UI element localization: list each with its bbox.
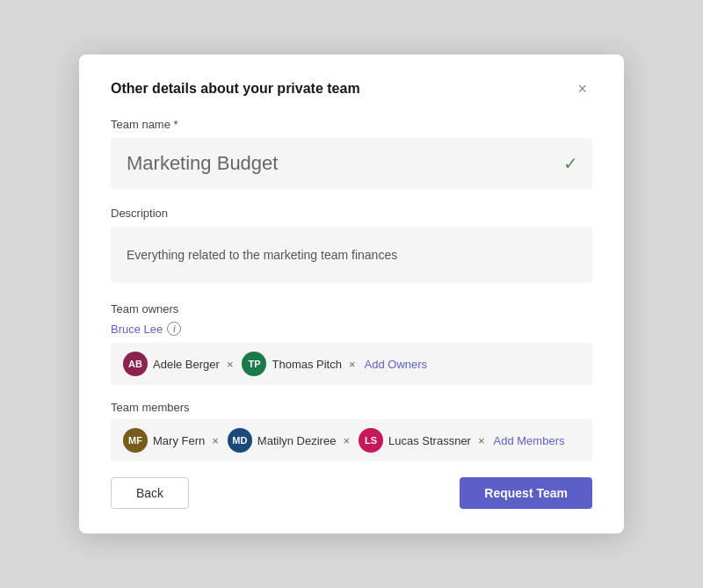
team-name-value: Marketing Budget — [127, 152, 550, 175]
description-value: Everything related to the marketing team… — [127, 248, 397, 262]
modal-dialog: Other details about your private team × … — [79, 54, 624, 534]
avatar-mf: MF — [123, 428, 148, 453]
description-field: Everything related to the marketing team… — [111, 227, 592, 283]
member-tag-ls: LS Lucas Strassner × — [359, 428, 487, 453]
request-team-button[interactable]: Request Team — [460, 477, 592, 509]
members-tags-box: MF Mary Fern × MD Matilyn Deziree × LS L… — [111, 419, 592, 461]
owner-name-tp: Thomas Pitch — [272, 358, 341, 371]
back-button[interactable]: Back — [111, 477, 189, 509]
team-name-field: Marketing Budget ✓ — [111, 138, 592, 189]
add-members-button[interactable]: Add Members — [494, 434, 565, 447]
member-tag-md: MD Matilyn Deziree × — [228, 428, 352, 453]
check-icon: ✓ — [563, 153, 578, 174]
modal-overlay: Other details about your private team × … — [0, 0, 703, 588]
member-name-mf: Mary Fern — [153, 434, 205, 447]
remove-member-mf[interactable]: × — [210, 435, 221, 446]
owner-tag-ab: AB Adele Berger × — [123, 352, 235, 376]
team-name-label: Team name * — [111, 118, 592, 131]
avatar-tp: TP — [242, 352, 266, 376]
avatar-md: MD — [228, 428, 252, 453]
members-label: Team members — [111, 401, 592, 414]
remove-member-ls[interactable]: × — [476, 435, 487, 446]
info-icon: i — [167, 322, 181, 336]
member-name-ls: Lucas Strassner — [388, 434, 471, 447]
remove-owner-tp[interactable]: × — [347, 359, 358, 370]
avatar-ls: LS — [359, 428, 383, 453]
avatar-ab: AB — [123, 352, 148, 376]
add-owners-button[interactable]: Add Owners — [365, 358, 428, 371]
owner-name: Bruce Lee — [111, 323, 163, 336]
description-label: Description — [111, 207, 592, 220]
modal-title: Other details about your private team — [111, 81, 360, 97]
member-name-md: Matilyn Deziree — [257, 434, 337, 447]
owners-tags-box: AB Adele Berger × TP Thomas Pitch × Add … — [111, 343, 592, 385]
close-button[interactable]: × — [572, 79, 592, 98]
owner-link[interactable]: Bruce Lee i — [111, 322, 181, 336]
remove-member-md[interactable]: × — [341, 435, 352, 446]
owner-name-ab: Adele Berger — [153, 358, 220, 371]
owners-label: Team owners — [111, 302, 592, 316]
member-tag-mf: MF Mary Fern × — [123, 428, 221, 453]
remove-owner-ab[interactable]: × — [225, 359, 236, 370]
owner-tag-tp: TP Thomas Pitch × — [242, 352, 357, 376]
modal-footer: Back Request Team — [111, 477, 592, 509]
modal-header: Other details about your private team × — [111, 79, 592, 98]
